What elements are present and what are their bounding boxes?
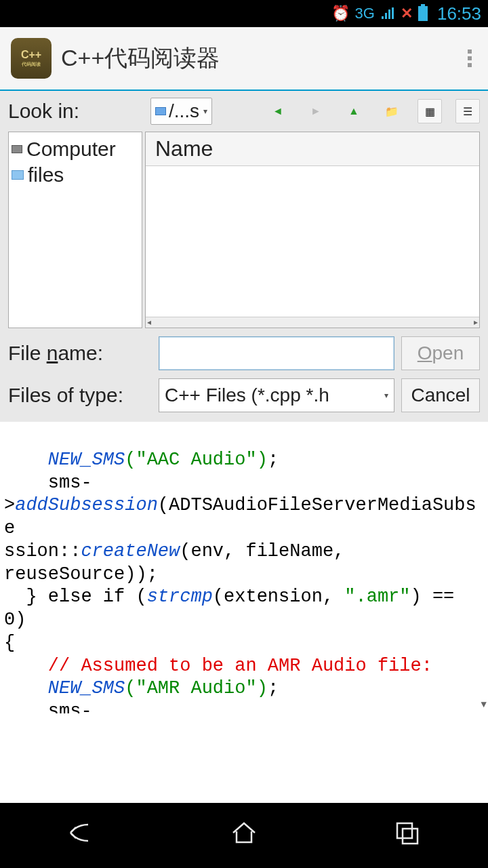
system-nav-bar <box>0 803 488 868</box>
network-label: 3G <box>355 5 375 22</box>
back-button[interactable] <box>54 819 108 852</box>
folder-tree[interactable]: Computer files <box>8 132 142 328</box>
signal-icon <box>380 7 395 20</box>
look-in-label: Look in: <box>8 100 144 123</box>
overflow-menu-button[interactable] <box>462 44 477 73</box>
code-viewer[interactable]: NEW_SMS("AAC Audio"); sms- >addSubsessio… <box>0 422 488 713</box>
folder-icon <box>155 107 166 115</box>
app-bar: C++代码阅读 C++代码阅读器 <box>0 27 488 91</box>
file-name-label: File name: <box>8 342 152 365</box>
recent-apps-button[interactable] <box>380 819 434 852</box>
file-list-body[interactable] <box>146 166 479 317</box>
horizontal-scrollbar[interactable] <box>146 317 479 328</box>
file-name-input[interactable] <box>159 336 394 370</box>
folder-icon <box>12 170 24 180</box>
file-type-label: Files of type: <box>8 384 152 407</box>
file-open-dialog: Look in: /...s ▾ ◄ ► ▲ 📁 ▦ ☰ Computer <box>0 91 488 422</box>
nav-back-button[interactable]: ◄ <box>266 99 290 123</box>
tree-item-computer[interactable]: Computer <box>12 136 139 162</box>
app-title: C++代码阅读器 <box>61 43 462 74</box>
clock: 16:53 <box>437 3 481 24</box>
file-type-dropdown[interactable]: C++ Files (*.cpp *.h ▾ <box>159 378 394 412</box>
open-button[interactable]: Open <box>401 336 480 370</box>
file-list[interactable]: Name <box>145 132 480 328</box>
alarm-icon: ⏰ <box>331 5 350 22</box>
app-icon: C++代码阅读 <box>11 38 52 79</box>
view-detail-button[interactable]: ☰ <box>455 99 480 123</box>
content: Look in: /...s ▾ ◄ ► ▲ 📁 ▦ ☰ Computer <box>0 91 488 803</box>
computer-icon <box>12 145 22 153</box>
look-in-dropdown[interactable]: /...s ▾ <box>150 98 212 125</box>
status-bar: ⏰ 3G ✕ 16:53 <box>0 0 488 27</box>
view-list-button[interactable]: ▦ <box>418 99 442 123</box>
nav-forward-button[interactable]: ► <box>304 99 328 123</box>
tree-item-files[interactable]: files <box>12 162 139 188</box>
cancel-button[interactable]: Cancel <box>401 378 480 412</box>
chevron-down-icon: ▾ <box>384 391 388 400</box>
home-button[interactable] <box>217 819 271 852</box>
no-sim-icon: ✕ <box>401 5 413 22</box>
column-header-name[interactable]: Name <box>146 132 479 166</box>
chevron-down-icon: ▾ <box>203 106 207 116</box>
svg-rect-0 <box>397 823 412 838</box>
new-folder-button[interactable]: 📁 <box>380 99 404 123</box>
svg-rect-1 <box>403 829 418 844</box>
battery-icon <box>418 6 428 21</box>
scroll-down-icon[interactable]: ▼ <box>481 699 487 711</box>
nav-up-button[interactable]: ▲ <box>342 99 366 123</box>
